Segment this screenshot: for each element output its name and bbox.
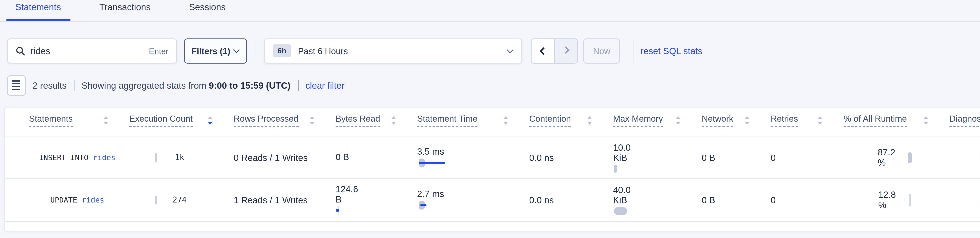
bytes-read-cell: 124.6 B bbox=[332, 179, 413, 221]
time-range-badge: 6h bbox=[273, 44, 291, 57]
column-header-label[interactable]: % of All Runtime bbox=[843, 113, 907, 127]
column-header-label[interactable]: Bytes Read bbox=[336, 113, 380, 127]
sort-icon[interactable] bbox=[745, 116, 749, 125]
tab-sessions[interactable]: Sessions bbox=[180, 0, 235, 21]
contention-value: 0.0 ns bbox=[529, 153, 609, 162]
next-time-button[interactable] bbox=[554, 39, 577, 62]
max-memory-value: 40.0 KiB bbox=[613, 185, 636, 205]
statements-table: Statements Execution Count Rows Processe… bbox=[4, 107, 980, 231]
contention-cell: 0.0 ns bbox=[525, 179, 609, 221]
column-header-execution-count: Execution Count bbox=[126, 113, 230, 136]
column-header-diagnostics: Diagnostics bbox=[945, 113, 980, 136]
execution-count-cell: 1k bbox=[126, 137, 230, 178]
column-header-label[interactable]: Statements bbox=[29, 113, 73, 127]
execution-count-bar bbox=[155, 153, 156, 162]
table-row: UPDATErides 274 1 Reads / 1 Writes 124.6… bbox=[5, 179, 980, 222]
column-header-label[interactable]: Max Memory bbox=[613, 113, 663, 127]
statement-table-link[interactable]: rides bbox=[93, 153, 115, 162]
network-value: 0 B bbox=[702, 153, 767, 162]
divider bbox=[633, 39, 633, 62]
column-header-label[interactable]: Diagnostics bbox=[950, 113, 980, 127]
rows-processed-value: 1 Reads / 1 Writes bbox=[234, 195, 332, 204]
bytes-read-cell: 0 B bbox=[332, 137, 413, 178]
column-header-statements: Statements bbox=[5, 113, 126, 136]
max-memory-bar bbox=[614, 207, 627, 215]
page: Statements Transactions Sessions Enter F… bbox=[0, 0, 980, 238]
pct-runtime-cell: 12.8 % bbox=[840, 179, 945, 221]
sort-icon[interactable] bbox=[587, 116, 592, 125]
statement-time-bar bbox=[417, 158, 525, 168]
enter-hint: Enter bbox=[149, 46, 169, 55]
rows-processed-cell: 0 Reads / 1 Writes bbox=[230, 137, 332, 178]
filters-button[interactable]: Filters (1) bbox=[184, 38, 247, 63]
search-input[interactable] bbox=[30, 46, 149, 55]
statement-time-cell: 3.5 ms bbox=[413, 137, 525, 178]
prev-time-button[interactable] bbox=[531, 39, 554, 62]
sort-icon[interactable] bbox=[818, 116, 822, 125]
sort-icon[interactable] bbox=[676, 116, 681, 125]
bytes-read-value: 124.6 B bbox=[336, 184, 359, 205]
reset-sql-stats-link[interactable]: reset SQL stats bbox=[641, 46, 702, 55]
diagnostics-cell: Activate bbox=[945, 179, 980, 221]
statement-text: UPDATE bbox=[50, 195, 77, 204]
column-header-contention: Contention bbox=[525, 113, 609, 136]
chevron-down-icon bbox=[507, 46, 513, 53]
column-header-label[interactable]: Rows Processed bbox=[234, 113, 298, 127]
list-icon bbox=[12, 80, 21, 90]
column-header-label[interactable]: Contention bbox=[529, 113, 571, 127]
statement-time-cell: 2.7 ms bbox=[413, 179, 525, 221]
execution-count-bar bbox=[155, 195, 156, 204]
column-header-retries: Retries bbox=[767, 113, 840, 136]
clear-filter-link[interactable]: clear filter bbox=[305, 80, 344, 90]
time-range-picker[interactable]: 6h Past 6 Hours bbox=[264, 38, 522, 63]
table-header-row: Statements Execution Count Rows Processe… bbox=[5, 108, 980, 137]
column-header-label[interactable]: Retries bbox=[771, 113, 798, 127]
pct-runtime-value: 12.8 % bbox=[878, 190, 902, 210]
divider bbox=[74, 80, 75, 91]
pct-runtime-bar bbox=[907, 152, 912, 163]
summary-range: 9:00 to 15:59 (UTC) bbox=[209, 80, 291, 90]
column-header-statement-time: Statement Time bbox=[413, 113, 525, 136]
column-selector-button[interactable] bbox=[7, 75, 25, 95]
sort-icon[interactable] bbox=[103, 116, 108, 125]
sort-icon[interactable] bbox=[391, 116, 396, 125]
statement-time-value: 3.5 ms bbox=[417, 147, 525, 156]
tab-transactions[interactable]: Transactions bbox=[90, 0, 160, 21]
summary-prefix: Showing aggregated stats from bbox=[81, 80, 207, 90]
now-button[interactable]: Now bbox=[583, 38, 620, 63]
statement-cell[interactable]: UPDATErides bbox=[5, 179, 126, 221]
table-row: INSERT INTOrides 1k 0 Reads / 1 Writes 0… bbox=[5, 137, 980, 179]
column-header-network: Network bbox=[698, 113, 767, 136]
statement-table-link[interactable]: rides bbox=[82, 195, 104, 204]
sort-icon[interactable] bbox=[503, 116, 508, 125]
results-bar: 2 results Showing aggregated stats from … bbox=[7, 75, 980, 95]
column-header-label[interactable]: Statement Time bbox=[417, 113, 477, 127]
statement-cell[interactable]: INSERT INTOrides bbox=[5, 137, 126, 178]
contention-value: 0.0 ns bbox=[529, 195, 609, 204]
contention-cell: 0.0 ns bbox=[525, 137, 609, 178]
divider bbox=[256, 39, 256, 62]
sort-icon[interactable] bbox=[310, 116, 314, 125]
column-header-max-memory: Max Memory bbox=[609, 113, 698, 136]
results-count: 2 results bbox=[33, 80, 67, 90]
bytes-read-value: 0 B bbox=[336, 152, 359, 163]
chevron-right-icon bbox=[562, 46, 570, 54]
statement-text: INSERT INTO bbox=[39, 153, 88, 162]
column-header-label[interactable]: Execution Count bbox=[129, 113, 192, 127]
max-memory-cell: 40.0 KiB bbox=[609, 179, 698, 221]
sort-icon-active-desc[interactable] bbox=[208, 116, 212, 125]
execution-count-cell: 274 bbox=[126, 179, 230, 221]
pct-runtime-value: 87.2 % bbox=[878, 147, 901, 168]
search-icon bbox=[16, 46, 25, 55]
retries-value: 0 bbox=[771, 195, 840, 204]
filters-label: Filters (1) bbox=[191, 46, 230, 55]
column-header-label[interactable]: Network bbox=[702, 113, 733, 127]
sort-icon[interactable] bbox=[924, 116, 928, 125]
search-box[interactable]: Enter bbox=[7, 38, 177, 63]
statement-time-bar bbox=[417, 201, 525, 210]
pct-runtime-cell: 87.2 % bbox=[840, 137, 945, 178]
time-range-label: Past 6 Hours bbox=[298, 46, 502, 55]
statement-time-value: 2.7 ms bbox=[417, 189, 525, 198]
tab-statements[interactable]: Statements bbox=[6, 0, 70, 21]
rows-processed-cell: 1 Reads / 1 Writes bbox=[230, 179, 332, 221]
